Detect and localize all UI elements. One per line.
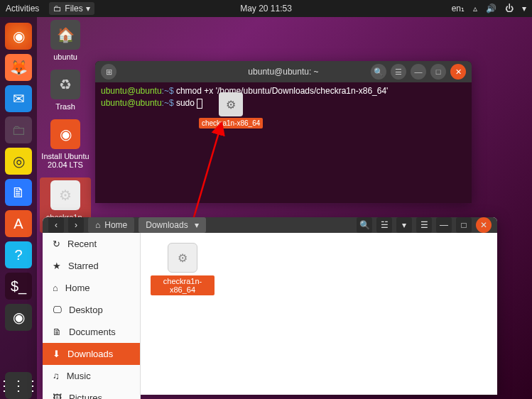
dock-thunderbird-icon[interactable]: ✉ xyxy=(5,85,32,112)
sidebar-item-documents[interactable]: 🗎Documents xyxy=(43,321,140,343)
terminal-body[interactable]: ubuntu@ubuntu:~$ chmod +x '/home/ubuntu/… xyxy=(95,82,472,112)
home-icon: 🏠 xyxy=(50,20,80,50)
menu-icon[interactable]: ☰ xyxy=(391,64,406,80)
maximize-button[interactable]: □ xyxy=(430,64,446,80)
dragged-file[interactable]: ⚙ checkra1n-x86_64 xyxy=(199,92,263,129)
terminal-title: ubuntu@ubuntu: ~ xyxy=(248,67,318,77)
network-icon[interactable]: ▵ xyxy=(473,4,477,13)
dock-firefox-icon[interactable]: 🦊 xyxy=(5,54,32,81)
dock-apps-icon[interactable]: ⋮⋮⋮ xyxy=(5,372,32,399)
dock-ubuntu-icon[interactable]: ◉ xyxy=(5,23,32,50)
desktop: 🏠ubuntu ♻Trash ◉Install Ubuntu 20.04 LTS… xyxy=(40,20,91,239)
desktop-icon-install[interactable]: ◉Install Ubuntu 20.04 LTS xyxy=(40,119,91,169)
ubuntu-icon: ◉ xyxy=(50,119,80,149)
terminal-window: ⊞ ubuntu@ubuntu: ~ 🔍 ☰ — □ ✕ ubuntu@ubun… xyxy=(95,61,472,203)
file-item-label: checkra1n-x86_64 xyxy=(151,275,215,295)
sidebar-item-recent[interactable]: ↻Recent xyxy=(43,233,140,255)
sidebar-item-music[interactable]: ♫Music xyxy=(43,365,140,387)
dock: ◉ 🦊 ✉ 🗀 ◎ 🗎 A ? $_ ◉ ⋮⋮⋮ xyxy=(0,17,37,399)
sidebar-item-home[interactable]: ⌂Home xyxy=(43,277,140,299)
view-options-icon[interactable]: ▾ xyxy=(396,217,412,233)
sidebar-item-desktop[interactable]: 🖵Desktop xyxy=(43,299,140,321)
top-bar: Activities 🗀 Files ▾ May 20 11:53 en₁ ▵ … xyxy=(0,0,532,17)
activities-button[interactable]: Activities xyxy=(6,4,39,13)
dock-files-icon[interactable]: 🗀 xyxy=(5,116,32,143)
close-button[interactable]: ✕ xyxy=(450,64,466,80)
files-window: ‹ › ⌂ Home Downloads ▾ 🔍 ☱ ▾ ☰ — □ ✕ ↻Re… xyxy=(43,217,497,395)
gear-icon: ⚙ xyxy=(168,243,197,273)
chevron-down-icon[interactable]: ▾ xyxy=(522,4,526,13)
dragged-file-label: checkra1n-x86_64 xyxy=(199,118,263,129)
lang-indicator[interactable]: en₁ xyxy=(452,4,465,13)
volume-icon[interactable]: 🔊 xyxy=(486,4,496,13)
dock-terminal-icon[interactable]: $_ xyxy=(5,273,32,300)
close-button[interactable]: ✕ xyxy=(476,217,492,233)
new-tab-icon[interactable]: ⊞ xyxy=(101,64,116,80)
power-icon[interactable]: ⏻ xyxy=(505,4,514,13)
gear-icon: ⚙ xyxy=(50,180,80,210)
minimize-button[interactable]: — xyxy=(411,64,426,80)
files-view[interactable]: ⚙ checkra1n-x86_64 xyxy=(141,233,497,399)
minimize-button[interactable]: — xyxy=(436,217,452,233)
breadcrumb-home[interactable]: ⌂ Home xyxy=(88,217,134,233)
dock-rhythmbox-icon[interactable]: ◎ xyxy=(5,148,32,175)
dock-screenshot-icon[interactable]: ◉ xyxy=(5,304,32,331)
file-item-checkra1n[interactable]: ⚙ checkra1n-x86_64 xyxy=(151,243,215,295)
forward-button[interactable]: › xyxy=(68,217,84,233)
files-titlebar[interactable]: ‹ › ⌂ Home Downloads ▾ 🔍 ☱ ▾ ☰ — □ ✕ xyxy=(43,217,497,233)
trash-icon: ♻ xyxy=(50,70,80,99)
sidebar-item-pictures[interactable]: 🖼Pictures xyxy=(43,387,140,399)
sidebar-item-starred[interactable]: ★Starred xyxy=(43,255,140,277)
dock-help-icon[interactable]: ? xyxy=(5,241,32,268)
list-view-icon[interactable]: ☱ xyxy=(376,217,392,233)
back-button[interactable]: ‹ xyxy=(48,217,64,233)
maximize-button[interactable]: □ xyxy=(456,217,472,233)
desktop-icon-trash[interactable]: ♻Trash xyxy=(40,70,91,111)
gear-icon: ⚙ xyxy=(219,92,243,116)
clock[interactable]: May 20 11:53 xyxy=(240,4,292,13)
dock-software-icon[interactable]: A xyxy=(5,210,32,237)
search-icon[interactable]: 🔍 xyxy=(357,217,372,233)
terminal-titlebar[interactable]: ⊞ ubuntu@ubuntu: ~ 🔍 ☰ — □ ✕ xyxy=(95,61,472,82)
breadcrumb-downloads[interactable]: Downloads ▾ xyxy=(139,217,206,233)
sidebar-item-downloads[interactable]: ⬇Downloads xyxy=(43,343,140,365)
dock-writer-icon[interactable]: 🗎 xyxy=(5,179,32,206)
desktop-icon-ubuntu[interactable]: 🏠ubuntu xyxy=(40,20,91,61)
search-icon[interactable]: 🔍 xyxy=(371,64,386,80)
files-sidebar: ↻Recent ★Starred ⌂Home 🖵Desktop 🗎Documen… xyxy=(43,233,141,399)
files-menu[interactable]: 🗀 Files ▾ xyxy=(49,2,94,15)
menu-icon[interactable]: ☰ xyxy=(416,217,432,233)
